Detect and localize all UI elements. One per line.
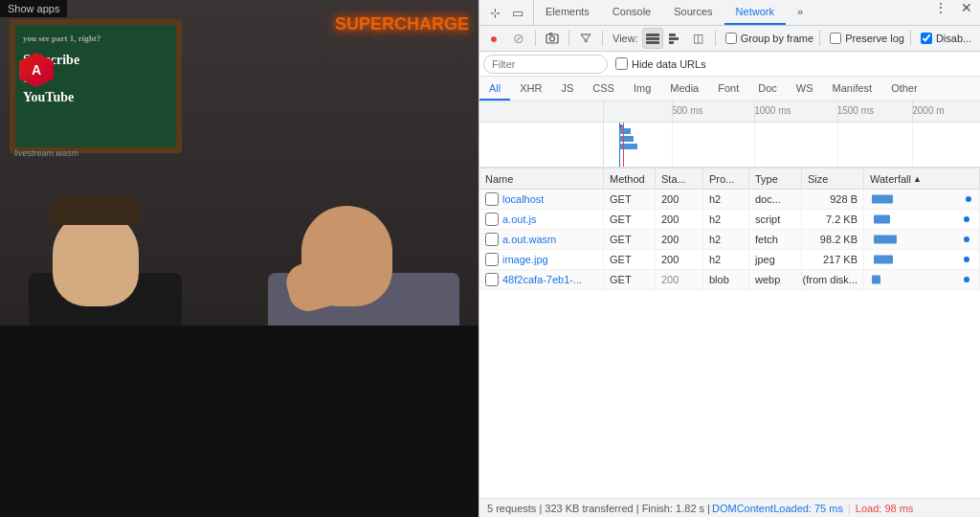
- td-waterfall-aoutwasm: [864, 230, 980, 249]
- table-row[interactable]: 48f2cafa-7eb1-... GET 200 blob webp (fro…: [479, 270, 980, 290]
- wf-dot-aoutjs: [964, 216, 969, 222]
- devtools-close-button[interactable]: ✕: [953, 0, 980, 25]
- row-checkbox-imagejpg[interactable]: [485, 253, 499, 266]
- resource-tab-media[interactable]: Media: [660, 77, 708, 101]
- td-name-blob: 48f2cafa-7eb1-...: [479, 270, 604, 289]
- timeline-header: 500 ms 1000 ms 1500 ms 2000 m: [479, 101, 980, 169]
- tab-network[interactable]: Network: [724, 0, 786, 25]
- load-time-link[interactable]: Load: 98 ms: [856, 503, 914, 514]
- td-name-localhost: localhost: [479, 190, 604, 209]
- svg-rect-6: [669, 34, 676, 36]
- chart-name-col: [479, 123, 604, 167]
- svg-rect-3: [646, 34, 659, 36]
- td-method-blob: GET: [604, 270, 656, 289]
- resource-tab-img[interactable]: Img: [624, 77, 660, 101]
- chart-gridline-2: [754, 123, 755, 167]
- view-screenshot-panel-button[interactable]: ◫: [688, 28, 709, 49]
- view-label: View:: [612, 33, 638, 44]
- tab-sources[interactable]: Sources: [662, 0, 724, 25]
- devtools-icon-buttons: ⊹ ▭: [479, 0, 534, 25]
- row-checkbox-localhost[interactable]: [485, 192, 499, 206]
- status-divider: |: [848, 503, 851, 514]
- dom-marker: [619, 124, 623, 128]
- th-name[interactable]: Name: [479, 169, 604, 189]
- wf-bar-imagejpg: [874, 256, 892, 264]
- group-by-frame-input[interactable]: [725, 33, 737, 44]
- preserve-log-checkbox[interactable]: Preserve log: [830, 33, 904, 44]
- video-panel: Show apps you see part 1, right? Subscri…: [0, 0, 479, 517]
- resource-tab-js[interactable]: JS: [551, 77, 583, 101]
- tab-console[interactable]: Console: [601, 0, 662, 25]
- record-button[interactable]: ●: [483, 28, 504, 49]
- row-checkbox-aoutwasm[interactable]: [485, 233, 499, 246]
- devtools-panel: ⊹ ▭ Elements Console Sources Network » ⋮…: [479, 0, 980, 517]
- svg-rect-8: [669, 41, 674, 44]
- th-type[interactable]: Type: [749, 169, 802, 189]
- view-list-button[interactable]: [642, 28, 663, 49]
- th-waterfall[interactable]: Waterfall ▲: [864, 169, 980, 189]
- disable-cache-input[interactable]: [921, 33, 932, 44]
- tick-1000: 1000 ms: [754, 105, 791, 116]
- tab-elements[interactable]: Elements: [534, 0, 601, 25]
- toolbar-divider-3: [602, 31, 603, 46]
- wf-bar-blob: [872, 276, 880, 284]
- hide-data-urls-checkbox[interactable]: Hide data URLs: [615, 57, 706, 70]
- screenshot-button[interactable]: [542, 28, 563, 49]
- wf-bar-aoutwasm: [874, 236, 897, 244]
- svg-rect-5: [646, 41, 659, 44]
- person1-hair: [50, 196, 141, 225]
- view-timeline-button[interactable]: [665, 28, 686, 49]
- td-type-blob: webp: [749, 270, 802, 289]
- resource-tab-ws[interactable]: WS: [787, 77, 823, 101]
- td-protocol-aoutwasm: h2: [703, 230, 749, 249]
- resource-tab-manifest[interactable]: Manifest: [823, 77, 882, 101]
- dom-content-loaded-link[interactable]: DOMContentLoaded: 75 ms: [712, 503, 843, 514]
- status-bar: 5 requests | 323 KB transferred | Finish…: [479, 498, 980, 517]
- th-size[interactable]: Size: [802, 169, 864, 189]
- hide-data-urls-input[interactable]: [615, 57, 628, 70]
- row-checkbox-blob[interactable]: [485, 273, 499, 286]
- name-text-imagejpg: image.jpg: [502, 254, 548, 265]
- td-status-imagejpg: 200: [656, 250, 703, 269]
- person1-head: [53, 211, 139, 306]
- resource-tab-css[interactable]: CSS: [583, 77, 624, 101]
- svg-rect-0: [546, 34, 558, 43]
- resource-tab-font[interactable]: Font: [708, 77, 748, 101]
- disable-cache-checkbox[interactable]: Disab...: [921, 33, 971, 44]
- row-checkbox-aoutjs[interactable]: [485, 213, 499, 226]
- table-row[interactable]: a.out.wasm GET 200 h2 fetch 98.2 KB: [479, 230, 980, 250]
- tab-more-button[interactable]: »: [786, 0, 814, 25]
- clear-button[interactable]: ⊘: [508, 28, 529, 49]
- resource-tab-doc[interactable]: Doc: [748, 77, 787, 101]
- cursor-tool-icon[interactable]: ⊹: [483, 1, 506, 24]
- filter-toggle-button[interactable]: [575, 28, 596, 49]
- th-protocol[interactable]: Pro...: [703, 169, 749, 189]
- table-row[interactable]: image.jpg GET 200 h2 jpeg 217 KB: [479, 250, 980, 270]
- table-row[interactable]: a.out.js GET 200 h2 script 7.2 KB: [479, 210, 980, 230]
- hide-data-urls-label: Hide data URLs: [632, 58, 706, 70]
- group-by-frame-label: Group by frame: [741, 33, 813, 44]
- network-table[interactable]: Name Method Sta... Pro... Type Size Wate…: [479, 169, 980, 498]
- resource-tab-other[interactable]: Other: [881, 77, 927, 101]
- group-by-frame-checkbox[interactable]: Group by frame: [725, 33, 813, 44]
- resource-tab-xhr[interactable]: XHR: [510, 77, 551, 101]
- th-method[interactable]: Method: [604, 169, 656, 189]
- svg-rect-4: [646, 37, 659, 40]
- toolbar-divider-6: [910, 31, 911, 46]
- table-header-row: Name Method Sta... Pro... Type Size Wate…: [479, 169, 980, 190]
- name-text-aoutjs: a.out.js: [502, 214, 536, 225]
- preserve-log-input[interactable]: [830, 33, 841, 44]
- column-labels: 500 ms 1000 ms 1500 ms 2000 m: [479, 101, 980, 123]
- neon-sign: SUPERCHARGE: [335, 14, 469, 34]
- table-row[interactable]: localhost GET 200 h2 doc... 928 B: [479, 190, 980, 210]
- device-toggle-icon[interactable]: ▭: [506, 1, 529, 24]
- resource-tab-all[interactable]: All: [479, 77, 510, 101]
- sort-arrow: ▲: [913, 174, 922, 184]
- show-apps-bar[interactable]: Show apps: [0, 0, 67, 17]
- devtools-more-options[interactable]: ⋮: [928, 0, 953, 25]
- th-status[interactable]: Sta...: [656, 169, 703, 189]
- td-name-aoutwasm: a.out.wasm: [479, 230, 604, 249]
- filter-input[interactable]: [483, 55, 608, 74]
- gridline-500: [672, 101, 673, 122]
- td-type-imagejpg: jpeg: [749, 250, 802, 269]
